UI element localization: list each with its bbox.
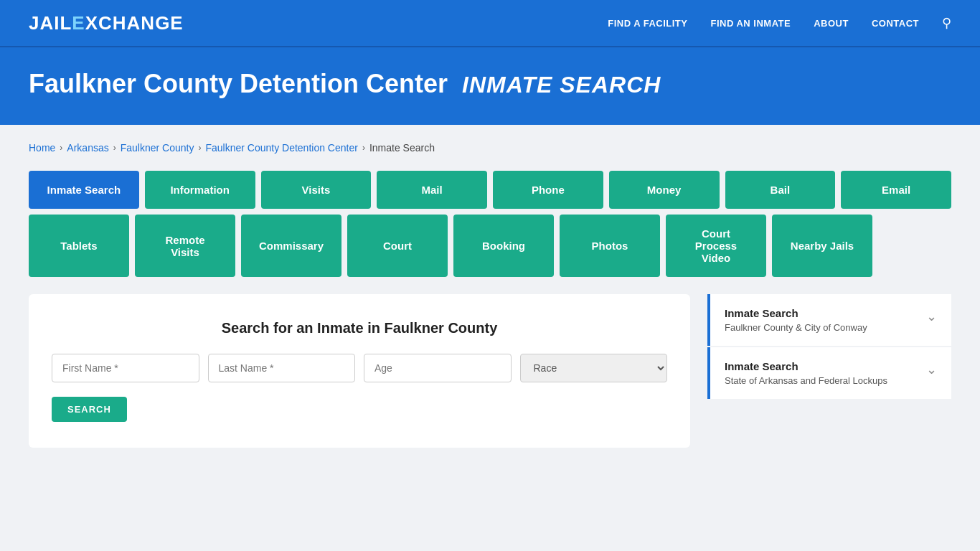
sidebar-item-arkansas-sub: State of Arkansas and Federal Lockups [725,375,887,386]
btn-bail[interactable]: Bail [725,171,836,209]
breadcrumb-detention-center[interactable]: Faulkner County Detention Center [205,142,357,154]
section-nav-buttons: Inmate Search Information Visits Mail Ph… [29,171,951,277]
search-title: Search for an Inmate in Faulkner County [52,320,667,336]
sidebar-item-arkansas-title: Inmate Search [725,360,887,372]
site-header: JAILEXCHANGE FIND A FACILITY FIND AN INM… [0,0,980,46]
btn-commissary[interactable]: Commissary [241,215,341,277]
btn-photos[interactable]: Photos [560,215,660,277]
btn-court-process-video[interactable]: Court Process Video [666,215,766,277]
btn-phone[interactable]: Phone [493,171,603,209]
chevron-down-icon: ⌄ [926,309,937,324]
sep-1: › [60,143,62,153]
search-panel: Search for an Inmate in Faulkner County … [29,294,690,448]
sidebar-item-faulkner[interactable]: Inmate Search Faulkner County & City of … [707,294,951,346]
sep-2: › [113,143,116,153]
btn-remote-visits[interactable]: Remote Visits [135,215,235,277]
btn-nearby-jails[interactable]: Nearby Jails [772,215,872,277]
page-title-sub: INMATE SEARCH [462,72,661,98]
sep-4: › [362,143,365,153]
search-button[interactable]: SEARCH [52,397,127,422]
btn-tablets[interactable]: Tablets [29,215,129,277]
sep-3: › [198,143,201,153]
hero-section: Faulkner County Detention Center INMATE … [0,47,980,125]
btn-money[interactable]: Money [609,171,720,209]
first-name-input[interactable] [52,354,199,382]
btn-booking[interactable]: Booking [453,215,554,277]
btn-mail[interactable]: Mail [377,171,487,209]
nav-find-facility[interactable]: FIND A FACILITY [608,18,687,29]
btn-email[interactable]: Email [841,171,951,209]
breadcrumb-current: Inmate Search [369,142,435,154]
sidebar-item-faulkner-sub: Faulkner County & City of Conway [725,322,867,333]
main-layout: Search for an Inmate in Faulkner County … [29,294,951,448]
nav-about[interactable]: ABOUT [814,18,849,29]
site-logo[interactable]: JAILEXCHANGE [29,12,184,34]
sidebar-item-faulkner-title: Inmate Search [725,307,867,319]
race-select[interactable]: Race White Black Hispanic Asian Other [520,354,668,382]
sidebar: Inmate Search Faulkner County & City of … [707,294,951,399]
breadcrumb-faulkner-county[interactable]: Faulkner County [121,142,194,154]
logo-xchange: XCHANGE [85,12,184,34]
logo-jail: JAIL [29,12,72,34]
btn-inmate-search[interactable]: Inmate Search [29,171,139,209]
main-nav: FIND A FACILITY FIND AN INMATE ABOUT CON… [608,15,951,31]
age-input[interactable] [364,354,512,382]
page-title-main: Faulkner County Detention Center [29,69,448,98]
search-form: Race White Black Hispanic Asian Other [52,354,667,382]
nav-contact[interactable]: CONTACT [872,18,919,29]
chevron-down-icon-2: ⌄ [926,362,937,377]
btn-information[interactable]: Information [145,171,255,209]
content-area: Home › Arkansas › Faulkner County › Faul… [0,125,980,465]
btn-court[interactable]: Court [347,215,448,277]
nav-find-inmate[interactable]: FIND AN INMATE [710,18,791,29]
btn-visits[interactable]: Visits [261,171,372,209]
logo-ex: E [72,12,85,34]
search-icon[interactable]: ⚲ [942,15,951,31]
sidebar-item-arkansas[interactable]: Inmate Search State of Arkansas and Fede… [707,347,951,399]
breadcrumb-arkansas[interactable]: Arkansas [67,142,108,154]
breadcrumb: Home › Arkansas › Faulkner County › Faul… [29,142,951,154]
breadcrumb-home[interactable]: Home [29,142,55,154]
page-title: Faulkner County Detention Center INMATE … [29,69,951,99]
last-name-input[interactable] [208,354,356,382]
